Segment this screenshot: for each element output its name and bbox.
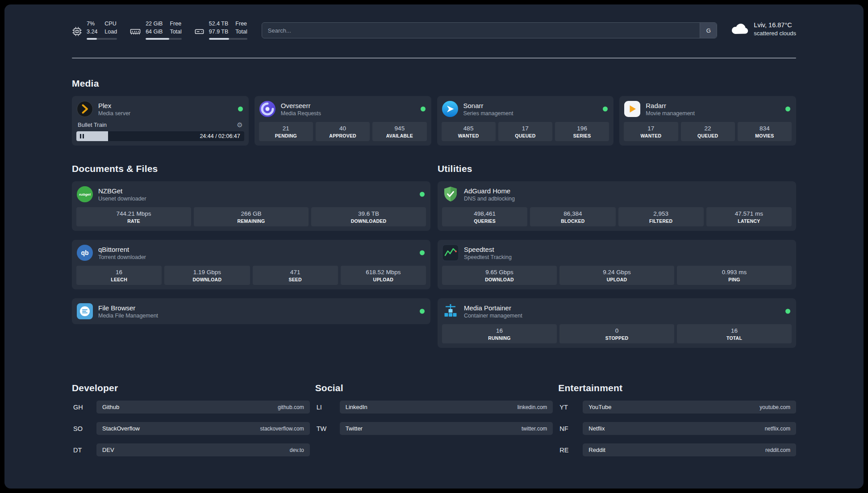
cloud-icon	[730, 21, 749, 37]
playback-progress-bar: 24:44 / 02:06:47	[76, 131, 244, 141]
bookmark-dev[interactable]: DT DEVdev.to	[72, 443, 310, 456]
section-title-entertainment: Entertainment	[558, 383, 796, 393]
bookmark-name: YouTube	[588, 404, 611, 410]
stat: 9.65 GbpsDOWNLOAD	[442, 266, 557, 285]
bookmark-url: youtube.com	[760, 404, 790, 410]
bookmark-youtube[interactable]: YT YouTubeyoutube.com	[558, 401, 796, 414]
stat-label: QUERIES	[443, 218, 526, 224]
bookmark-stackoverflow[interactable]: SO StackOverflowstackoverflow.com	[72, 422, 310, 435]
stat-value: 9.24 Gbps	[560, 269, 673, 276]
stat-value: 834	[739, 125, 791, 132]
stat-label: MOVIES	[739, 133, 791, 138]
stat: 39.6 TBDOWNLOADED	[311, 207, 426, 226]
bookmark-abbr: YT	[558, 404, 583, 411]
service-link-adguard[interactable]: AdGuard Home DNS and adblocking	[442, 186, 792, 203]
cpu-bar-fill	[87, 38, 97, 40]
disk-icon	[194, 21, 204, 40]
stat-value: 0	[560, 327, 673, 334]
bookmark-name: StackOverflow	[102, 425, 140, 432]
stat-value: 196	[556, 125, 608, 132]
stat: 17WANTED	[624, 122, 678, 141]
status-dot	[420, 192, 425, 197]
search-bar: G	[262, 22, 718, 38]
service-link-overseerr[interactable]: Overseerr Media Requests	[259, 100, 427, 117]
pause-icon[interactable]	[80, 134, 84, 138]
cpu-label-1: CPU	[104, 21, 117, 27]
svg-text:qb: qb	[81, 249, 88, 256]
service-subtitle: Media File Management	[98, 313, 158, 319]
status-dot	[420, 309, 425, 314]
service-stats: 744.21 MbpsRATE 266 GBREMAINING 39.6 TBD…	[76, 207, 426, 226]
service-card-speedtest: Speedtest Speedtest Tracking 9.65 GbpsDO…	[438, 240, 796, 289]
stat-value: 17	[499, 125, 551, 132]
dashboard: 7% 3.24 CPU Load 22 GiB	[4, 4, 864, 489]
service-link-radarr[interactable]: Radarr Movie management	[624, 100, 792, 117]
stat: 0STOPPED	[559, 324, 674, 343]
bookmark-group-entertainment: Entertainment YT YouTubeyoutube.com NF N…	[558, 383, 796, 465]
stat-value: 22	[682, 125, 734, 132]
stat-value: 485	[442, 125, 495, 132]
stat: 40APPROVED	[316, 122, 370, 141]
stat-value: 498,461	[443, 210, 526, 217]
stat: 945AVAILABLE	[372, 122, 426, 141]
divider	[72, 58, 796, 58]
stat-label: APPROVED	[317, 133, 369, 138]
stat-label: REMAINING	[195, 218, 308, 224]
stat: 471SEED	[253, 266, 338, 285]
service-name: File Browser	[98, 304, 158, 312]
stat: 16RUNNING	[442, 324, 557, 343]
status-dot	[238, 107, 243, 112]
service-link-speedtest[interactable]: Speedtest Speedtest Tracking	[442, 244, 792, 261]
bookmark-reddit[interactable]: RE Redditreddit.com	[558, 443, 796, 456]
bookmark-url: stackoverflow.com	[260, 426, 304, 432]
cpu-percent: 7%	[87, 21, 97, 27]
stat: 47.571 msLATENCY	[706, 207, 792, 226]
stat-value: 744.21 Mbps	[77, 210, 190, 217]
search-input[interactable]	[262, 22, 718, 38]
service-card-plex: Plex Media server Bullet Train ⚙ 24:44 /…	[72, 96, 249, 146]
service-subtitle: Speedtest Tracking	[464, 254, 512, 260]
service-stats: 485WANTED 17QUEUED 196SERIES	[442, 122, 609, 141]
service-card-adguard: AdGuard Home DNS and adblocking 498,461Q…	[438, 181, 796, 231]
memory-label-1: Free	[170, 21, 181, 27]
topbar: 7% 3.24 CPU Load 22 GiB	[72, 21, 796, 40]
gear-icon[interactable]: ⚙	[237, 121, 242, 128]
bookmark-name: Netflix	[588, 425, 605, 432]
bookmark-abbr: DT	[72, 447, 96, 454]
service-link-nzbget[interactable]: nzbget NZBGet Usenet downloader	[76, 186, 426, 203]
stat: 9.24 GbpsUPLOAD	[559, 266, 674, 285]
service-link-filebrowser[interactable]: File Browser Media File Management	[76, 303, 426, 320]
stat: 485WANTED	[442, 122, 496, 141]
bookmark-twitter[interactable]: TW Twittertwitter.com	[315, 422, 553, 435]
playback-time: 24:44 / 02:06:47	[200, 131, 240, 141]
bookmark-linkedin[interactable]: LI LinkedInlinkedin.com	[315, 401, 553, 414]
status-dot	[785, 309, 790, 314]
plex-icon	[76, 100, 93, 117]
memory-widget: 22 GiB 64 GiB Free Total	[129, 21, 182, 40]
service-name: Plex	[98, 102, 130, 109]
cpu-label-2: Load	[104, 29, 117, 35]
status-dot	[603, 107, 608, 112]
memory-bar	[146, 38, 182, 40]
service-link-plex[interactable]: Plex Media server	[76, 100, 244, 117]
bookmark-abbr: NF	[558, 425, 583, 432]
stat: 22QUEUED	[681, 122, 735, 141]
service-subtitle: Usenet downloader	[98, 196, 146, 202]
stat: 618.52 MbpsUPLOAD	[341, 266, 426, 285]
service-stats: 9.65 GbpsDOWNLOAD 9.24 GbpsUPLOAD 0.993 …	[442, 266, 792, 285]
stat-value: 17	[625, 125, 677, 132]
service-link-sonarr[interactable]: Sonarr Series management	[442, 100, 609, 117]
service-subtitle: DNS and adblocking	[464, 196, 515, 202]
bookmark-url: linkedin.com	[517, 404, 547, 410]
bookmark-github[interactable]: GH Githubgithub.com	[72, 401, 310, 414]
weather-location: Lviv, 16.87°C	[754, 21, 796, 29]
service-link-portainer[interactable]: Media Portainer Container management	[442, 303, 792, 320]
plex-now-playing-widget: Bullet Train ⚙ 24:44 / 02:06:47	[76, 121, 244, 141]
stat-value: 86,384	[531, 210, 614, 217]
stat-label: STOPPED	[560, 335, 673, 341]
service-card-sonarr: Sonarr Series management 485WANTED 17QUE…	[437, 96, 614, 146]
bookmark-netflix[interactable]: NF Netflixnetflix.com	[558, 422, 796, 435]
service-link-qbittorrent[interactable]: qb qBittorrent Torrent downloader	[76, 244, 426, 261]
search-provider-button[interactable]: G	[700, 23, 717, 38]
bookmark-url: dev.to	[290, 447, 304, 453]
